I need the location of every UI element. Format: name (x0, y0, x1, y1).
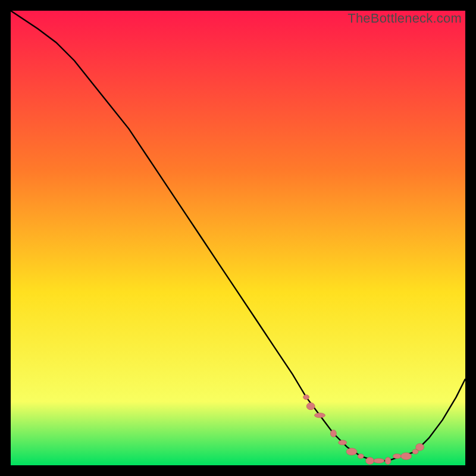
chart-frame: TheBottleneck.com (11, 11, 465, 465)
curve-marker (303, 394, 309, 399)
curve-marker (315, 413, 325, 418)
curve-marker (366, 457, 374, 464)
watermark-text: TheBottleneck.com (347, 11, 462, 26)
bottleneck-chart (11, 11, 465, 465)
curve-marker (358, 454, 364, 459)
curve-marker (393, 454, 401, 459)
curve-marker (346, 448, 357, 455)
curve-marker (330, 430, 336, 437)
curve-marker (339, 440, 347, 445)
curve-marker (385, 457, 391, 464)
curve-marker (306, 403, 315, 410)
curve-marker (401, 453, 412, 460)
gradient-background (11, 11, 465, 465)
curve-marker (374, 458, 384, 463)
curve-marker (416, 443, 424, 450)
